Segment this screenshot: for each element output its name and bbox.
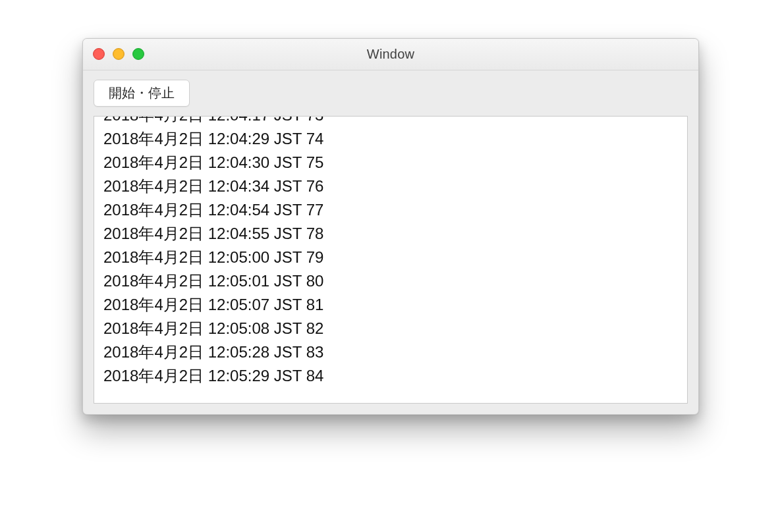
app-window: Window 開始・停止 2018年4月2日 12:04:17 JST 7320…	[82, 38, 699, 415]
log-row: 2018年4月2日 12:05:28 JST 83	[103, 340, 678, 364]
log-row: 2018年4月2日 12:04:54 JST 77	[103, 198, 678, 222]
log-row: 2018年4月2日 12:04:34 JST 76	[103, 174, 678, 198]
start-stop-button[interactable]: 開始・停止	[94, 80, 190, 107]
log-row: 2018年4月2日 12:05:29 JST 84	[103, 364, 678, 388]
minimize-icon[interactable]	[113, 48, 125, 60]
window-title: Window	[367, 47, 414, 62]
zoom-icon[interactable]	[132, 48, 144, 60]
toolbar: 開始・停止	[83, 70, 698, 113]
traffic-lights	[93, 48, 144, 60]
titlebar[interactable]: Window	[83, 39, 698, 70]
log-row: 2018年4月2日 12:04:55 JST 78	[103, 222, 678, 246]
log-row: 2018年4月2日 12:04:30 JST 75	[103, 151, 678, 174]
log-textview[interactable]: 2018年4月2日 12:04:17 JST 732018年4月2日 12:04…	[94, 116, 688, 404]
log-row: 2018年4月2日 12:04:29 JST 74	[103, 127, 678, 151]
log-row: 2018年4月2日 12:04:17 JST 73	[103, 116, 678, 127]
log-row: 2018年4月2日 12:05:01 JST 80	[103, 269, 678, 293]
log-row: 2018年4月2日 12:05:08 JST 82	[103, 317, 678, 340]
log-row: 2018年4月2日 12:05:07 JST 81	[103, 293, 678, 317]
close-icon[interactable]	[93, 48, 105, 60]
log-row: 2018年4月2日 12:05:00 JST 79	[103, 246, 678, 269]
